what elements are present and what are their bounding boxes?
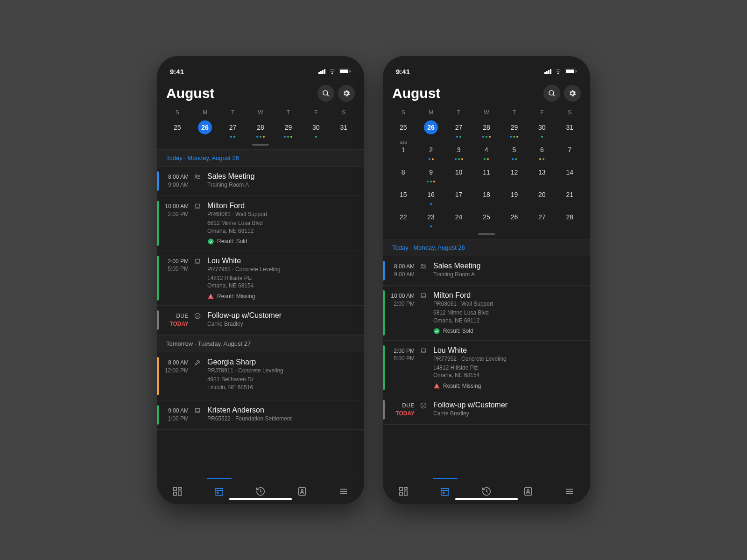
- event-row[interactable]: 2:00 PM5:00 PMLou WhitePR77952 · Concret…: [383, 341, 590, 396]
- day-number: 31: [563, 120, 577, 134]
- event-row[interactable]: 8:00 AM9:00 AMSales MeetingTraining Room…: [157, 167, 364, 196]
- calendar-day[interactable]: 23: [417, 208, 444, 231]
- calendar-day[interactable]: 11: [472, 163, 500, 186]
- event-row[interactable]: 10:00 AM2:00 PMMilton FordPR68061 · Wall…: [157, 196, 364, 251]
- calendar-day[interactable]: 22: [389, 208, 417, 231]
- week-strip[interactable]: 25262728293031: [157, 118, 364, 141]
- calendar-day[interactable]: 31: [330, 119, 358, 141]
- svg-rect-16: [178, 491, 181, 495]
- calendar-day[interactable]: 13: [528, 163, 556, 186]
- event-dot: [284, 136, 286, 138]
- calendar-day[interactable]: 4: [472, 141, 500, 163]
- calendar-day[interactable]: 12: [500, 163, 528, 186]
- calendar-day[interactable]: 25: [389, 119, 417, 141]
- calendar-day[interactable]: 2: [417, 141, 444, 163]
- calendar-day[interactable]: 16: [417, 186, 444, 208]
- tab-menu[interactable]: [564, 486, 575, 497]
- event-row[interactable]: DUETODAYFollow-up w/CustomerCarrie Bradl…: [383, 395, 590, 425]
- calendar-day[interactable]: 9: [417, 163, 444, 186]
- calendar-day[interactable]: 28: [472, 119, 500, 141]
- calendar-day[interactable]: 24: [445, 208, 472, 231]
- search-button[interactable]: [317, 85, 334, 102]
- calendar-day[interactable]: 21: [556, 186, 584, 208]
- calendar-day[interactable]: 5: [500, 141, 528, 163]
- event-dot: [487, 158, 489, 160]
- month-grid[interactable]: 25262728293031Sep12345678910111213141516…: [383, 118, 590, 231]
- weekday-label: S: [330, 109, 358, 116]
- calendar-day[interactable]: 31: [556, 119, 584, 141]
- calendar-day[interactable]: Sep1: [389, 141, 417, 163]
- event-row[interactable]: 8:00 AM12:00 PMGeorgia SharpPRJ78911 · C…: [157, 352, 364, 400]
- day-number: 26: [198, 120, 212, 134]
- calendar-day[interactable]: 30: [302, 119, 330, 141]
- calendar-day[interactable]: 18: [472, 186, 500, 208]
- end-time: 2:00 PM: [159, 210, 189, 218]
- event-row[interactable]: 2:00 PM5:00 PMLou WhitePR77952 · Concret…: [157, 251, 364, 306]
- event-body: Milton FordPR68061 · Wall Support6812 Mi…: [203, 202, 358, 245]
- search-button[interactable]: [543, 85, 560, 102]
- calendar-day[interactable]: 28: [247, 119, 274, 141]
- calendar-day[interactable]: 17: [445, 186, 472, 208]
- calendar-day[interactable]: 26: [417, 119, 444, 141]
- calendar-day[interactable]: 27: [445, 119, 472, 141]
- result-alert-icon: [433, 382, 440, 389]
- agenda-scroll[interactable]: Today · Monday, August 26 8:00 AM9:00 AM…: [157, 149, 364, 478]
- event-row[interactable]: 10:00 AM2:00 PMMilton FordPR68061 · Wall…: [383, 286, 590, 341]
- calendar-day[interactable]: 19: [500, 186, 528, 208]
- svg-point-3: [323, 91, 328, 95]
- tab-dashboard[interactable]: [172, 486, 183, 497]
- start-time: 9:00 AM: [159, 407, 189, 415]
- calendar-day[interactable]: 27: [528, 208, 556, 231]
- calendar-drag-handle[interactable]: [478, 233, 495, 235]
- event-dot: [260, 136, 261, 138]
- tab-history[interactable]: [481, 486, 492, 497]
- calendar-day[interactable]: 3: [445, 141, 472, 163]
- event-dot: [489, 136, 491, 138]
- calendar-day[interactable]: 20: [528, 186, 556, 208]
- calendar-day[interactable]: 14: [556, 163, 584, 186]
- calendar-day[interactable]: 27: [219, 119, 247, 141]
- calendar-day[interactable]: 29: [500, 119, 528, 141]
- tab-contacts[interactable]: [296, 486, 308, 497]
- calendar-day[interactable]: 28: [556, 208, 584, 231]
- day-number: 27: [535, 210, 549, 224]
- day-number: 11: [479, 165, 493, 179]
- event-result: Result: Sold: [207, 238, 358, 245]
- event-row[interactable]: DUETODAYFollow-up w/CustomerCarrie Bradl…: [157, 306, 364, 335]
- home-indicator[interactable]: [229, 498, 292, 500]
- tab-dashboard[interactable]: [398, 486, 409, 497]
- gear-icon: [568, 89, 577, 98]
- result-text: Result: Sold: [217, 238, 247, 245]
- calendar-day[interactable]: 8: [389, 163, 417, 186]
- calendar-day[interactable]: 26: [500, 208, 528, 231]
- day-number: 29: [507, 120, 521, 134]
- calendar-day[interactable]: 25: [472, 208, 500, 231]
- event-row[interactable]: 9:00 AM1:00 PMKristen AndersonPR65522 · …: [157, 400, 364, 430]
- calendar-day[interactable]: 26: [191, 119, 218, 141]
- home-indicator[interactable]: [455, 498, 518, 500]
- calendar-day[interactable]: 6: [528, 141, 556, 163]
- tab-calendar[interactable]: [213, 486, 225, 497]
- settings-button[interactable]: [564, 85, 581, 102]
- tab-calendar[interactable]: [439, 486, 451, 497]
- calendar-day[interactable]: 15: [389, 186, 417, 208]
- tab-active-indicator: [433, 478, 458, 479]
- calendar-day[interactable]: 10: [445, 163, 472, 186]
- settings-button[interactable]: [338, 85, 355, 102]
- tab-menu[interactable]: [338, 486, 349, 497]
- calendar-day[interactable]: 7: [556, 141, 584, 163]
- calendar-day[interactable]: 25: [163, 119, 191, 141]
- svg-rect-27: [566, 70, 574, 73]
- start-time: 2:00 PM: [159, 258, 189, 266]
- calendar-day[interactable]: 30: [528, 119, 556, 141]
- event-body: Sales MeetingTraining Room A: [203, 172, 358, 190]
- agenda-scroll[interactable]: Today · Monday, August 26 8:00 AM9:00 AM…: [383, 239, 590, 478]
- tab-history[interactable]: [255, 486, 266, 497]
- event-dot: [256, 136, 258, 138]
- calendar-drag-handle[interactable]: [252, 144, 269, 146]
- due-label: DUE: [159, 312, 189, 320]
- event-row[interactable]: 8:00 AM9:00 AMSales MeetingTraining Room…: [383, 256, 590, 286]
- tab-contacts[interactable]: [522, 486, 534, 497]
- calendar-day[interactable]: 29: [275, 119, 302, 141]
- day-number: 24: [452, 210, 466, 224]
